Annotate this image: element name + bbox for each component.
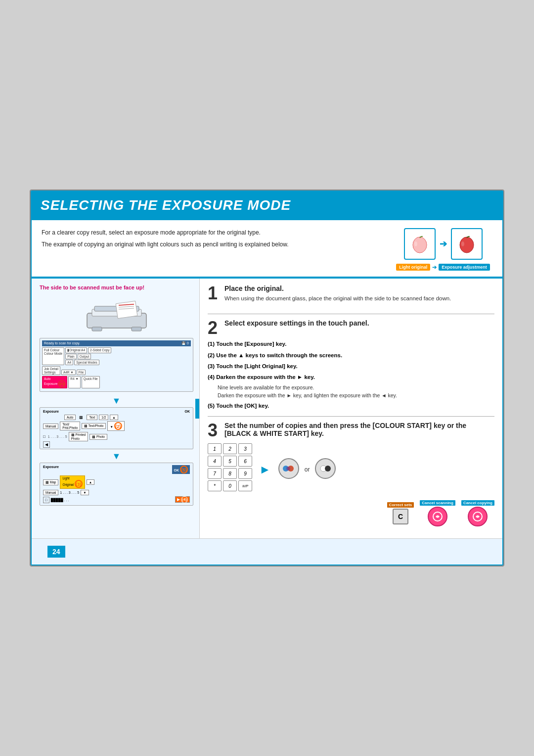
job-detail-btn[interactable]: Job DetailSettings	[42, 366, 60, 375]
arrow-down-2: ▼	[40, 451, 193, 462]
cancel-scanning-btn[interactable]	[428, 507, 447, 526]
step1-left: The side to be scanned must be face up!	[40, 284, 193, 333]
screen1-center-row2: Plain Output	[65, 354, 191, 359]
key-1[interactable]: 1	[208, 443, 222, 454]
substep4: (4) Darken the exposure with the ► key.	[208, 373, 494, 381]
intro-section: For a clearer copy result, select an exp…	[32, 220, 502, 277]
step3-right: 3 Set the number of copies and then pres…	[208, 422, 494, 526]
light-original-btn[interactable]: LightOriginal (3)	[60, 475, 85, 489]
quick-file-btn[interactable]: Quick File	[82, 376, 100, 388]
svg-rect-13	[132, 327, 141, 331]
substep2: (2) Use the ▲ keys to switch through the…	[208, 351, 494, 360]
screen3-row1: ▩ Map LightOriginal (3) ▲	[43, 475, 190, 489]
key-0[interactable]: 0	[223, 480, 237, 491]
page-title: SELECTING THE EXPOSURE MODE	[41, 197, 493, 213]
correct-sets-btn[interactable]: C	[393, 509, 408, 524]
plain-btn[interactable]: Plain	[65, 354, 76, 359]
divider2	[208, 416, 494, 417]
blue-side-marker	[195, 399, 199, 419]
step3-header: Set the number of copies and then press …	[224, 422, 494, 437]
a4r-btn[interactable]: A4R ▼	[61, 370, 76, 375]
key-4[interactable]: 4	[208, 456, 222, 467]
colour-start-icon[interactable]	[278, 458, 300, 479]
cancel-scanning-item: Cancel scanning	[420, 500, 455, 526]
cancel-copying-btn[interactable]	[468, 507, 488, 526]
page-container: SELECTING THE EXPOSURE MODE For a cleare…	[30, 189, 504, 567]
bw-start-icon[interactable]	[314, 458, 336, 479]
step1-number: 1	[208, 284, 218, 302]
exposure-btn-highlight[interactable]: AutoExposure (1)	[42, 376, 67, 388]
manual-label: Manual	[43, 424, 58, 429]
map-btn[interactable]: ▩ Map	[43, 479, 58, 485]
or-text: or	[305, 466, 310, 473]
svg-point-17	[286, 467, 290, 471]
exposure-apple-icon	[456, 233, 478, 255]
correct-sets-label: Correct sets	[387, 502, 414, 508]
prev-btn[interactable]: ◀	[43, 441, 50, 448]
key-star[interactable]: *	[208, 480, 222, 491]
bw-start-container	[314, 458, 336, 481]
full-colour-btn[interactable]: Full ColourColour Mode	[42, 347, 64, 365]
a4-btn[interactable]: A4	[65, 360, 73, 365]
step3-number: 3	[208, 422, 218, 439]
cancel-scanning-label: Cancel scanning	[420, 500, 455, 506]
nav-btn2: ▶ (4)	[175, 496, 190, 503]
action-buttons-area: Correct sets C Cancel scanning	[208, 500, 494, 526]
screen2-row3: □ 1 . . . 3 . . . 5 ▩ PrintedPhoto ▩ Pho…	[43, 432, 190, 441]
colour-start-container	[278, 458, 300, 481]
circle-3: (3)	[75, 480, 83, 488]
image-labels: Light original ➔ Exposure adjustment	[396, 264, 490, 271]
step3-content: Set the number of copies and then press …	[224, 422, 494, 439]
screen3-header: Exposure OK (5)	[43, 465, 190, 474]
down-btn2[interactable]: ▼	[81, 490, 89, 495]
text-btn[interactable]: Text	[87, 415, 97, 420]
original-btn[interactable]: ▮Original A4	[65, 347, 87, 353]
up-btn[interactable]: ▲	[110, 415, 118, 420]
page-number: 24	[47, 546, 65, 558]
screen1-icons: 💾 0	[181, 341, 189, 345]
svg-point-20	[325, 466, 331, 472]
exposure-card	[451, 228, 483, 260]
arrow-right-step3: ►	[259, 463, 271, 476]
title-bar: SELECTING THE EXPOSURE MODE	[31, 190, 503, 219]
step2-left: Ready to scan for copy. 💾 0 Full ColourC…	[40, 338, 193, 506]
cancel-copying-label: Cancel copying	[461, 500, 494, 506]
auto-btn[interactable]: Auto	[64, 415, 76, 420]
printed-photo-btn[interactable]: ▩ PrintedPhoto	[69, 432, 88, 441]
text-photo-btn[interactable]: Text/Prtd.Photo	[60, 422, 80, 430]
r4-btn[interactable]: R4 ▼	[68, 376, 81, 388]
key-8[interactable]: 8	[223, 468, 237, 479]
up-btn2[interactable]: ▲	[87, 479, 94, 485]
screen2-ok: OK	[185, 410, 190, 413]
slider-scale: 1 . . . 3 . . . 5	[48, 435, 67, 438]
screen1-mockup: Ready to scan for copy. 💾 0 Full ColourC…	[40, 338, 193, 392]
circle-2: (2)	[114, 422, 122, 430]
file-btn[interactable]: File	[77, 370, 86, 375]
key-6[interactable]: 6	[238, 456, 252, 467]
arrow-down-1: ▼	[40, 396, 193, 406]
manual-label2: Manual	[43, 490, 58, 495]
key-7[interactable]: 7	[208, 468, 222, 479]
right-btn[interactable]: ▶ (4)	[175, 496, 190, 503]
step1-content: Place the original. When using the docum…	[224, 284, 451, 308]
screen3-bottom: □ █████ . . . ▶ (4)	[43, 496, 190, 503]
key-hash[interactable]: #/P	[238, 480, 252, 491]
key-2[interactable]: 2	[223, 443, 237, 454]
screen1-row2: Job DetailSettings A4R ▼ File	[42, 366, 191, 375]
photo-btn[interactable]: ▩ Photo	[89, 434, 107, 440]
key-3[interactable]: 3	[238, 443, 252, 454]
text-photo2-btn[interactable]: ▩ Text/Photo	[82, 423, 106, 429]
substep5: (5) Touch the [OK] key.	[208, 402, 494, 410]
2sided-btn[interactable]: 2-Sided Copy	[88, 347, 111, 353]
special-btn[interactable]: Special Modes	[74, 360, 99, 365]
svg-point-2	[414, 241, 417, 246]
screen3-ok[interactable]: OK (5)	[172, 465, 190, 474]
note4a: Nine levels are available for the exposu…	[218, 384, 494, 392]
intro-text1: For a clearer copy result, select an exp…	[42, 228, 384, 237]
down-btn[interactable]: ▼ (2)	[107, 421, 124, 431]
key-9[interactable]: 9	[238, 468, 252, 479]
screen2-row1: Auto ▩ Text 1/2 ▲	[43, 415, 190, 420]
output-btn[interactable]: Output	[78, 354, 91, 359]
key-5[interactable]: 5	[223, 456, 237, 467]
slider-icon2: □	[43, 497, 49, 503]
